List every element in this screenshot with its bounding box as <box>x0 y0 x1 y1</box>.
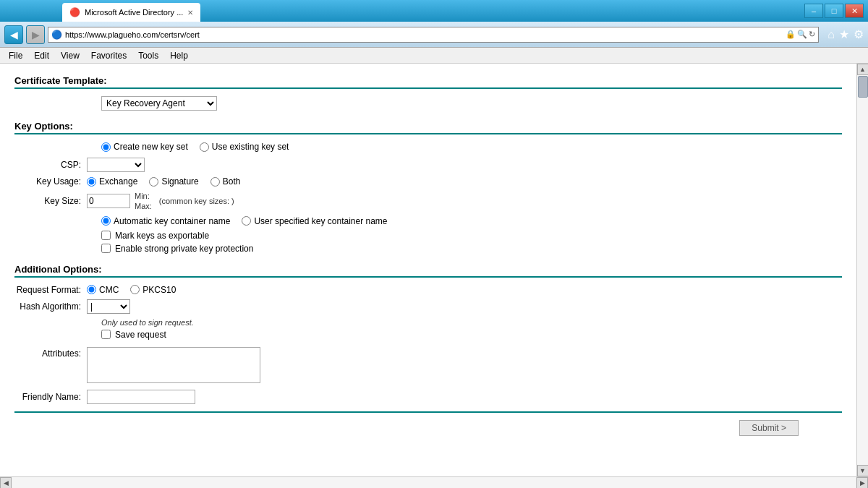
exchange-option[interactable]: Exchange <box>87 176 137 187</box>
pkcs10-label: PKCS10 <box>142 285 176 295</box>
both-option[interactable]: Both <box>210 176 241 187</box>
signature-label: Signature <box>161 176 198 187</box>
scroll-thumb[interactable] <box>858 76 868 98</box>
submit-button[interactable]: Submit > <box>739 420 799 436</box>
title-bar-left: 🔴 Microsoft Active Directory ... ✕ <box>4 0 200 22</box>
auto-container-option[interactable]: Automatic key container name <box>101 216 230 226</box>
h-scroll-track[interactable] <box>12 477 856 488</box>
key-set-row: Create new key set Use existing key set <box>101 142 842 152</box>
window-controls: – □ ✕ <box>804 4 864 18</box>
save-request-checkbox[interactable] <box>101 330 111 339</box>
exchange-label: Exchange <box>99 176 137 187</box>
scroll-up-button[interactable]: ▲ <box>857 64 869 75</box>
menu-help[interactable]: Help <box>164 49 194 62</box>
search-icon[interactable]: 🔍 <box>797 30 807 39</box>
menu-file[interactable]: File <box>3 49 28 62</box>
tab-label: Microsoft Active Directory ... <box>85 8 183 17</box>
forward-button[interactable]: ▶ <box>26 25 45 44</box>
enable-strong-checkbox[interactable] <box>101 244 111 253</box>
signature-option[interactable]: Signature <box>149 176 198 187</box>
csp-label: CSP: <box>14 160 87 170</box>
mark-exportable-row: Mark keys as exportable <box>101 231 842 241</box>
enable-strong-label: Enable strong private key protection <box>115 244 253 254</box>
browser-tab[interactable]: 🔴 Microsoft Active Directory ... ✕ <box>62 3 200 22</box>
address-icons: 🔒 🔍 ↻ <box>786 30 815 39</box>
scroll-track[interactable] <box>857 75 868 465</box>
cmc-option[interactable]: CMC <box>87 285 119 295</box>
attributes-row: Attributes: <box>14 347 842 385</box>
both-radio[interactable] <box>210 177 220 187</box>
key-set-radio-group: Create new key set Use existing key set <box>101 142 289 152</box>
request-format-label: Request Format: <box>14 285 87 295</box>
vertical-scrollbar[interactable]: ▲ ▼ <box>856 64 868 476</box>
address-bar: ◀ ▶ 🔵 https://www.plagueho.com/certsrv/c… <box>0 22 868 48</box>
tab-close-icon[interactable]: ✕ <box>187 9 193 17</box>
submit-row: Submit > <box>14 411 842 436</box>
settings-gear-icon[interactable]: ⚙ <box>854 27 864 41</box>
pkcs10-radio[interactable] <box>130 285 140 294</box>
tab-icon: 🔴 <box>69 7 80 17</box>
address-input-wrap: 🔵 https://www.plagueho.com/certsrv/cert … <box>48 27 819 43</box>
cmc-radio[interactable] <box>87 285 96 294</box>
use-existing-keyset-option[interactable]: Use existing key set <box>200 142 289 152</box>
content-pane: Certificate Template: Key Recovery Agent… <box>0 64 856 476</box>
menu-favorites[interactable]: Favorites <box>85 49 132 62</box>
menu-view[interactable]: View <box>55 49 85 62</box>
hash-algorithm-label: Hash Algorithm: <box>14 301 87 312</box>
attributes-label: Attributes: <box>14 347 87 359</box>
hash-algorithm-dropdown[interactable]: | <box>87 299 130 314</box>
attributes-textarea[interactable] <box>87 347 260 383</box>
template-dropdown[interactable]: Key Recovery Agent <box>101 96 217 111</box>
create-new-keyset-radio[interactable] <box>101 142 111 152</box>
pkcs10-option[interactable]: PKCS10 <box>130 285 176 295</box>
key-usage-label: Key Usage: <box>14 176 87 187</box>
close-button[interactable]: ✕ <box>845 4 864 18</box>
window: 🔴 Microsoft Active Directory ... ✕ – □ ✕… <box>0 0 868 488</box>
favorites-star-icon[interactable]: ★ <box>839 27 849 41</box>
menu-tools[interactable]: Tools <box>132 49 164 62</box>
address-text: https://www.plagueho.com/certsrv/cert <box>65 30 783 39</box>
key-usage-row: Key Usage: Exchange Signature Both <box>14 176 842 187</box>
container-name-row: Automatic key container name User specif… <box>101 216 842 226</box>
exchange-radio[interactable] <box>87 177 96 187</box>
key-size-row: Key Size: Min: Max: (common key sizes: ) <box>14 191 842 212</box>
friendly-name-label: Friendly Name: <box>14 392 87 402</box>
horizontal-scrollbar[interactable]: ◀ ▶ <box>0 476 868 488</box>
key-size-input[interactable] <box>87 194 130 208</box>
request-format-row: Request Format: CMC PKCS10 <box>14 285 842 295</box>
maximize-button[interactable]: □ <box>825 4 843 18</box>
attributes-wrap <box>87 347 263 385</box>
menu-edit[interactable]: Edit <box>28 49 55 62</box>
scroll-right-button[interactable]: ▶ <box>856 477 868 489</box>
ie-logo-icon: 🔵 <box>51 30 62 40</box>
hash-note: Only used to sign request. <box>101 318 842 327</box>
search-lock-icon[interactable]: 🔒 <box>786 30 796 39</box>
mark-exportable-checkbox[interactable] <box>101 231 111 240</box>
user-container-radio[interactable] <box>242 216 251 226</box>
minimize-button[interactable]: – <box>804 4 823 18</box>
key-size-max-label: Max: <box>135 201 152 211</box>
home-icon[interactable]: ⌂ <box>827 28 835 41</box>
back-button[interactable]: ◀ <box>4 25 23 44</box>
container-radio-group: Automatic key container name User specif… <box>101 216 388 226</box>
section-key-options-title: Key Options: <box>14 121 842 134</box>
user-container-label: User specified key container name <box>254 216 387 226</box>
request-format-radio-group: CMC PKCS10 <box>87 285 176 295</box>
menu-bar: File Edit View Favorites Tools Help <box>0 48 868 64</box>
signature-radio[interactable] <box>149 177 158 187</box>
use-existing-keyset-label: Use existing key set <box>212 142 289 152</box>
auto-container-radio[interactable] <box>101 216 111 226</box>
user-container-option[interactable]: User specified key container name <box>242 216 387 226</box>
csp-dropdown[interactable] <box>87 158 145 172</box>
use-existing-keyset-radio[interactable] <box>200 142 209 152</box>
key-size-minmax: Min: Max: <box>135 191 152 212</box>
scroll-left-button[interactable]: ◀ <box>0 477 12 489</box>
auto-container-label: Automatic key container name <box>114 216 230 226</box>
scroll-down-button[interactable]: ▼ <box>857 465 869 476</box>
title-bar: 🔴 Microsoft Active Directory ... ✕ – □ ✕ <box>0 0 868 22</box>
both-label: Both <box>223 176 241 187</box>
create-new-keyset-option[interactable]: Create new key set <box>101 142 188 152</box>
refresh-icon[interactable]: ↻ <box>809 30 815 39</box>
hash-algorithm-row: Hash Algorithm: | <box>14 299 842 314</box>
friendly-name-input[interactable] <box>87 390 195 404</box>
